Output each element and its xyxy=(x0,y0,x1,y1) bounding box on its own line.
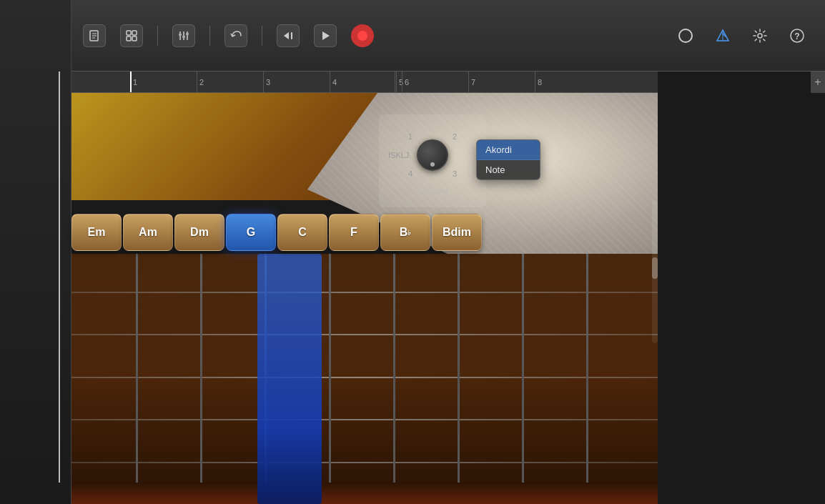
ruler-mark-6b: 6 xyxy=(402,71,409,92)
playhead-line xyxy=(59,71,60,483)
toolbar-separator-1 xyxy=(157,26,158,46)
autoplay-label: Autoplay xyxy=(418,187,448,195)
record-button[interactable] xyxy=(351,24,374,47)
svg-marker-29 xyxy=(322,31,330,40)
chord-buttons-row: Em Am Dm G C F B♭ Bdim xyxy=(71,211,586,254)
knob-num-4: 4 xyxy=(408,169,412,178)
play-icon xyxy=(319,29,332,42)
right-panel xyxy=(658,0,825,504)
scrollbar-right[interactable] xyxy=(652,200,658,343)
autoplay-knob-container: 1 2 3 4 ISKLJ. xyxy=(404,127,461,184)
svg-point-30 xyxy=(679,29,692,42)
add-track-button[interactable]: + xyxy=(811,71,825,93)
help-icon: ? xyxy=(789,28,805,44)
circle-icon xyxy=(678,28,693,44)
toolbar-right: ? xyxy=(658,0,825,71)
record-dot xyxy=(357,31,367,41)
rewind-button[interactable] xyxy=(277,24,300,47)
svg-rect-17 xyxy=(127,31,131,35)
chord-button-c[interactable]: C xyxy=(277,214,327,251)
svg-text:?: ? xyxy=(794,31,799,41)
mixer-icon xyxy=(177,29,190,42)
svg-rect-18 xyxy=(132,31,137,35)
settings-icon xyxy=(752,28,768,44)
rewind-icon xyxy=(282,29,295,42)
ruler-playhead xyxy=(130,71,132,93)
ruler-mark-3: 3 xyxy=(263,71,270,92)
context-menu: Akordi Note xyxy=(476,139,540,180)
document-icon xyxy=(88,29,101,42)
svg-rect-25 xyxy=(182,36,185,38)
chord-button-f[interactable]: F xyxy=(329,214,379,251)
ruler-mark-8: 8 xyxy=(535,71,542,92)
settings-button[interactable] xyxy=(749,24,771,47)
knob-num-1: 1 xyxy=(408,132,412,141)
toolbar-separator-2 xyxy=(209,26,210,46)
svg-rect-20 xyxy=(132,36,137,41)
chord-button-em[interactable]: Em xyxy=(71,214,122,251)
knob-indicator xyxy=(430,162,435,167)
toolbar-separator-3 xyxy=(262,26,262,46)
timeline-ruler: 1 2 3 4 5 6 7 8 xyxy=(71,71,658,93)
metronome-button[interactable] xyxy=(711,24,734,47)
layout-button[interactable] xyxy=(120,24,143,47)
knob-isklj-label: ISKLJ. xyxy=(388,151,411,159)
chord-button-am[interactable]: Am xyxy=(123,214,173,251)
ruler-mark-4: 4 xyxy=(330,71,337,92)
undo-icon xyxy=(229,29,242,42)
chord-button-bb[interactable]: B♭ xyxy=(380,214,430,251)
new-document-button[interactable] xyxy=(83,24,106,47)
ruler-mark-6 xyxy=(395,71,397,92)
toolbar xyxy=(71,0,658,71)
knob-num-3: 3 xyxy=(453,169,457,178)
autoplay-panel: 1 2 3 4 ISKLJ. Autoplay xyxy=(379,114,486,207)
circle-button[interactable] xyxy=(674,24,697,47)
layout-icon xyxy=(125,29,138,42)
active-chord-highlight xyxy=(257,254,322,504)
help-button[interactable]: ? xyxy=(786,24,809,47)
track-sidebar xyxy=(0,0,71,504)
fretboard-shadow xyxy=(71,254,658,504)
svg-point-34 xyxy=(758,34,762,38)
metronome-icon xyxy=(715,28,731,44)
undo-button[interactable] xyxy=(224,24,247,47)
chord-button-bdim[interactable]: Bdim xyxy=(432,214,482,251)
svg-rect-26 xyxy=(186,33,189,35)
fretboard xyxy=(71,254,658,504)
svg-marker-27 xyxy=(284,32,289,39)
ruler-mark-2: 2 xyxy=(197,71,204,92)
ruler-mark-7: 7 xyxy=(468,71,475,92)
chord-button-g[interactable]: G xyxy=(226,214,276,251)
autoplay-knob[interactable] xyxy=(417,139,448,171)
scrollbar-thumb[interactable] xyxy=(652,257,658,279)
mixer-button[interactable] xyxy=(172,24,195,47)
play-button[interactable] xyxy=(314,24,337,47)
svg-rect-19 xyxy=(127,36,131,41)
context-menu-item-akordi[interactable]: Akordi xyxy=(477,140,540,160)
svg-rect-24 xyxy=(179,34,182,36)
knob-num-2: 2 xyxy=(453,132,457,141)
svg-rect-28 xyxy=(291,32,292,39)
chord-button-dm[interactable]: Dm xyxy=(174,214,224,251)
context-menu-item-note[interactable]: Note xyxy=(477,160,540,179)
